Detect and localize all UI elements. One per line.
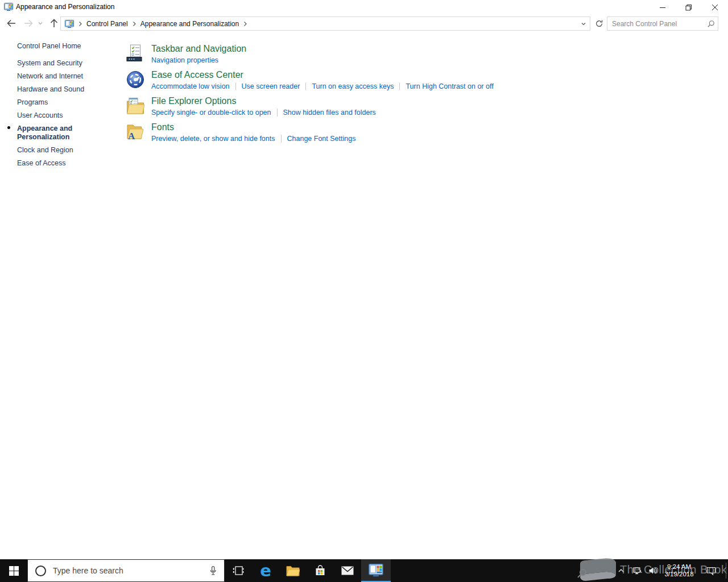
category-links: Preview, delete, or show and hide fonts …	[151, 134, 355, 143]
control-panel-taskbar-button[interactable]	[361, 559, 391, 582]
address-dropdown-chevron-icon[interactable]	[577, 17, 590, 30]
link-accommodate-low-vision[interactable]: Accommodate low vision	[151, 82, 230, 90]
window-titlebar: Appearance and Personalization	[0, 0, 728, 14]
network-icon[interactable]	[630, 559, 645, 582]
forward-button[interactable]	[21, 16, 36, 31]
search-input[interactable]	[607, 20, 704, 28]
task-view-button[interactable]	[225, 559, 252, 582]
sidebar-category-list: System and Security Network and Internet…	[17, 57, 107, 170]
edge-glyph: e	[260, 560, 271, 581]
clock-time: 9:24 AM	[660, 563, 698, 571]
category-links: Accommodate low vision Use screen reader…	[151, 82, 494, 91]
category-body: Taskbar and Navigation Navigation proper…	[151, 43, 246, 65]
sidebar-item-clock-and-region[interactable]: Clock and Region	[17, 144, 107, 157]
breadcrumb-chevron-icon[interactable]	[132, 21, 136, 27]
taskbar: e The Collection B	[0, 559, 728, 582]
link-change-font-settings[interactable]: Change Font Settings	[287, 135, 356, 143]
windows-logo-icon	[9, 566, 19, 576]
ease-of-access-icon[interactable]	[126, 70, 144, 89]
link-navigation-properties[interactable]: Navigation properties	[151, 56, 218, 64]
refresh-button[interactable]	[593, 16, 605, 31]
taskbar-search-box	[27, 559, 225, 582]
category-links: Specify single- or double-click to open …	[151, 108, 376, 117]
link-turn-on-easy-access-keys[interactable]: Turn on easy access keys	[312, 82, 394, 90]
window-title: Appearance and Personalization	[16, 0, 114, 14]
link-divider	[235, 82, 236, 90]
up-button[interactable]	[47, 16, 61, 31]
sidebar-item-user-accounts[interactable]: User Accounts	[17, 109, 107, 122]
restore-button[interactable]	[676, 0, 702, 15]
category-title-ease-of-access-center[interactable]: Ease of Access Center	[151, 69, 494, 81]
show-hidden-icons-button[interactable]	[614, 559, 628, 582]
taskbar-navigation-icon[interactable]	[126, 44, 144, 63]
link-show-hidden-files-and-folders[interactable]: Show hidden files and folders	[283, 109, 376, 117]
minimize-button[interactable]	[650, 0, 676, 15]
link-divider	[399, 82, 400, 90]
category-ease-of-access-center: Ease of Access Center Accommodate low vi…	[126, 69, 604, 91]
link-specify-single-or-double-click[interactable]: Specify single- or double-click to open	[151, 109, 271, 117]
sidebar-item-hardware-and-sound[interactable]: Hardware and Sound	[17, 83, 107, 96]
recent-locations-chevron-icon[interactable]	[36, 16, 45, 31]
link-divider	[305, 82, 306, 90]
taskbar-search-input[interactable]	[46, 566, 209, 575]
sidebar-item-ease-of-access[interactable]: Ease of Access	[17, 157, 107, 170]
category-title-file-explorer-options[interactable]: File Explorer Options	[151, 95, 376, 107]
clock-date: 3/19/2018	[660, 571, 698, 578]
category-title-taskbar-and-navigation[interactable]: Taskbar and Navigation	[151, 43, 246, 55]
microsoft-edge-icon[interactable]: e	[252, 559, 279, 582]
sidebar-item-label: Appearance and Personalization	[17, 124, 72, 141]
cortana-icon[interactable]	[35, 566, 46, 576]
category-body: Fonts Preview, delete, or show and hide …	[151, 122, 355, 143]
show-desktop-button[interactable]	[726, 563, 726, 579]
sidebar-item-network-and-internet[interactable]: Network and Internet	[17, 70, 107, 83]
address-bar[interactable]: Control Panel Appearance and Personaliza…	[60, 16, 590, 31]
active-bullet-icon	[7, 126, 10, 129]
collection-book-icon	[573, 557, 620, 582]
category-body: Ease of Access Center Accommodate low vi…	[151, 69, 494, 91]
file-explorer-options-icon[interactable]	[126, 97, 144, 115]
link-divider	[277, 109, 278, 117]
sidebar-item-system-and-security[interactable]: System and Security	[17, 57, 107, 70]
category-taskbar-and-navigation: Taskbar and Navigation Navigation proper…	[126, 43, 604, 65]
microphone-icon[interactable]	[209, 566, 217, 576]
breadcrumb-current-page[interactable]: Appearance and Personalization	[140, 20, 239, 28]
taskbar-clock[interactable]: 9:24 AM 3/19/2018	[660, 559, 698, 582]
control-panel-icon	[65, 19, 74, 28]
category-fonts: A Fonts Preview, delete, or show and hid…	[126, 122, 604, 143]
main-content: Taskbar and Navigation Navigation proper…	[126, 43, 604, 148]
breadcrumb-control-panel[interactable]: Control Panel	[86, 20, 128, 28]
control-panel-icon	[4, 2, 13, 11]
back-button[interactable]	[4, 16, 19, 31]
sidebar-item-control-panel-home[interactable]: Control Panel Home	[17, 42, 121, 50]
action-center-icon[interactable]	[700, 559, 722, 582]
link-preview-delete-show-hide-fonts[interactable]: Preview, delete, or show and hide fonts	[151, 135, 275, 143]
sidebar-item-programs[interactable]: Programs	[17, 96, 107, 109]
close-button[interactable]	[702, 0, 728, 15]
search-icon[interactable]	[704, 20, 718, 28]
mail-icon[interactable]	[334, 559, 361, 582]
category-file-explorer-options: File Explorer Options Specify single- or…	[126, 95, 604, 117]
category-body: File Explorer Options Specify single- or…	[151, 95, 376, 117]
navigation-bar: Control Panel Appearance and Personaliza…	[0, 14, 728, 33]
microsoft-store-icon[interactable]	[307, 559, 334, 582]
sidebar: Control Panel Home System and Security N…	[0, 33, 121, 170]
breadcrumb-chevron-icon[interactable]	[243, 21, 247, 27]
link-turn-high-contrast-on-or-off[interactable]: Turn High Contrast on or off	[406, 82, 493, 90]
start-button[interactable]	[0, 559, 27, 582]
breadcrumb-chevron-icon[interactable]	[78, 21, 82, 27]
sidebar-item-appearance-and-personalization[interactable]: Appearance and Personalization	[17, 122, 107, 144]
volume-icon[interactable]	[646, 559, 660, 582]
link-use-screen-reader[interactable]: Use screen reader	[242, 82, 300, 90]
fonts-icon[interactable]: A	[126, 123, 144, 141]
control-panel-search-box	[607, 16, 718, 31]
control-panel-icon	[369, 563, 383, 577]
window-controls	[650, 0, 728, 15]
svg-text:A: A	[128, 131, 135, 141]
category-links: Navigation properties	[151, 56, 246, 65]
category-title-fonts[interactable]: Fonts	[151, 122, 355, 133]
link-divider	[281, 135, 282, 143]
file-explorer-icon[interactable]	[279, 559, 307, 582]
